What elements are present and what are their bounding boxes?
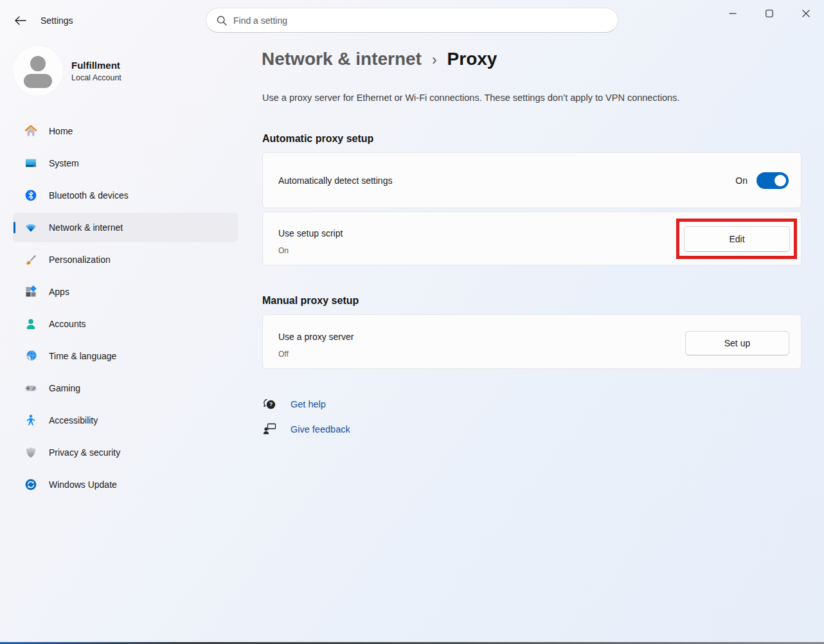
get-help-link[interactable]: ? Get help [262,397,326,411]
bluetooth-icon [24,189,37,202]
titlebar: Settings [0,0,824,40]
home-icon [24,125,37,138]
get-help-label: Get help [291,399,326,409]
search-icon [217,15,227,26]
sidebar-item-label: System [49,158,79,168]
page-title: Proxy [447,49,497,69]
search-input[interactable] [233,15,593,26]
section-title-manual-proxy: Manual proxy setup [262,295,359,307]
sidebar-item-network-internet[interactable]: Network & internet [13,213,238,242]
apps-grid-icon [24,285,37,298]
sidebar-item-label: Home [49,126,73,136]
card-auto-detect-settings: Automatically detect settings On [262,152,802,208]
sidebar-item-system[interactable]: System [13,148,238,178]
maximize-button[interactable] [751,0,787,27]
back-arrow-icon [15,16,26,25]
sidebar-item-label: Personalization [49,255,111,265]
minimize-icon [729,10,737,17]
sidebar-item-accounts[interactable]: Accounts [13,309,238,339]
gamepad-icon [24,382,37,395]
search-box[interactable] [206,8,618,33]
breadcrumb-separator: › [432,51,437,69]
breadcrumb-parent[interactable]: Network & internet [262,49,422,69]
proxy-server-label: Use a proxy server [278,332,354,342]
back-button[interactable] [10,10,31,31]
person-icon [24,318,37,330]
update-arrows-icon [24,478,37,491]
toggle-knob [775,175,786,186]
sidebar-item-label: Gaming [49,383,80,393]
user-avatar-icon [13,46,63,96]
maximize-icon [766,10,773,17]
sidebar-item-time-language[interactable]: Time & language [13,341,238,371]
account-header[interactable]: Fulfillment Local Account [13,45,238,96]
close-icon [802,10,810,17]
proxy-server-status: Off [278,350,289,359]
wifi-icon [24,221,37,234]
breadcrumb: Network & internet › Proxy [262,49,497,69]
minimize-button[interactable] [714,0,751,27]
sidebar-item-label: Accounts [49,319,86,329]
sidebar-item-personalization[interactable]: Personalization [13,245,238,274]
sidebar-item-home[interactable]: Home [13,116,238,146]
set-up-button[interactable]: Set up [685,331,789,355]
toggle-state-label: On [735,175,748,186]
help-bubble-icon: ? [262,397,277,411]
sidebar-item-windows-update[interactable]: Windows Update [13,470,238,499]
svg-text:?: ? [269,401,273,407]
accessibility-icon [24,414,37,427]
window-controls [714,0,824,31]
card-use-setup-script: Use setup script On Edit [262,211,802,265]
globe-clock-icon [24,350,37,362]
account-name: Fulfillment [71,60,121,71]
edit-button[interactable]: Edit [684,226,790,252]
feedback-person-icon [262,422,277,436]
account-type: Local Account [71,73,121,82]
sidebar-item-label: Accessibility [49,415,98,425]
system-icon [24,157,37,170]
sidebar-item-label: Bluetooth & devices [49,190,129,201]
sidebar-nav: Home System Bluetooth & devices [13,116,238,502]
selected-accent-bar [13,222,15,233]
setup-script-status: On [278,246,289,255]
sidebar-item-label: Time & language [49,351,116,361]
sidebar-item-label: Privacy & security [49,447,120,458]
sidebar-item-label: Apps [49,287,69,297]
sidebar-item-privacy-security[interactable]: Privacy & security [13,438,238,467]
give-feedback-link[interactable]: Give feedback [262,422,350,436]
app-title: Settings [40,15,73,26]
paintbrush-icon [24,253,37,266]
sidebar-item-label: Windows Update [49,479,117,490]
page-description: Use a proxy server for Ethernet or Wi-Fi… [262,93,679,103]
give-feedback-label: Give feedback [291,424,350,434]
sidebar-item-label: Network & internet [49,222,123,233]
sidebar-item-gaming[interactable]: Gaming [13,373,238,403]
sidebar-item-accessibility[interactable]: Accessibility [13,406,238,435]
sidebar-item-bluetooth-devices[interactable]: Bluetooth & devices [13,181,238,210]
setup-script-label: Use setup script [278,228,343,238]
auto-detect-label: Automatically detect settings [278,175,392,186]
auto-detect-toggle[interactable] [757,172,789,189]
section-title-automatic-proxy: Automatic proxy setup [262,133,373,145]
sidebar-item-apps[interactable]: Apps [13,277,238,307]
shield-icon [24,446,37,459]
card-use-proxy-server: Use a proxy server Off Set up [262,314,802,369]
close-button[interactable] [787,0,824,27]
